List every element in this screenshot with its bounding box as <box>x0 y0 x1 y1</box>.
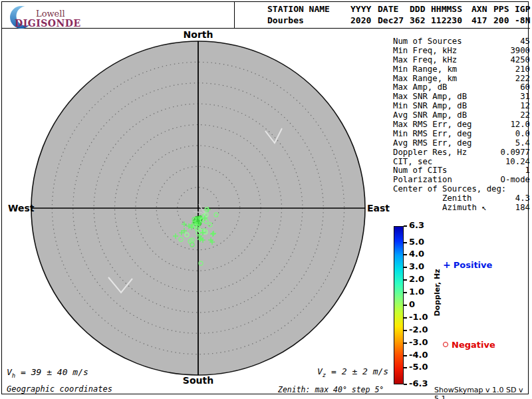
stat-row: Max Freq, kHz 4250 <box>393 56 530 65</box>
stat-label: Min Freq, kHz <box>393 47 457 56</box>
compass-north-label: North <box>172 29 225 40</box>
zenith-scale-note: Zenith: max 40° step 5° <box>278 385 384 394</box>
horizontal-velocity-readout: Vh = 39 ± 40 m/s <box>7 367 88 379</box>
stat-label: Doppler Res, Hz <box>393 148 467 158</box>
colorbar-tick <box>404 305 407 306</box>
header-label: IGP <box>515 3 530 15</box>
stat-value: 5.4 <box>515 139 530 148</box>
stat-label: Min Range, km <box>393 65 457 74</box>
vh-value: = 39 ± 40 m/s <box>15 367 88 377</box>
stat-label: Polarization <box>393 176 452 185</box>
legend-negative-label: Negative <box>452 340 495 350</box>
colorbar-tick <box>404 254 407 255</box>
skymap-screen: Lowell DIGISONDE STATION NAME Dourbes YY… <box>0 0 532 399</box>
vh-symbol: V <box>7 367 12 377</box>
header-column: DDD 362 <box>410 3 425 26</box>
colorbar-tick-label: 0 <box>409 299 415 309</box>
header-column: DATE Dec27 <box>378 3 404 26</box>
colorbar-tick-label: -1.0 <box>409 312 428 322</box>
stat-row: Min Freq, kHz 3900 <box>393 47 530 56</box>
stat-value: 10.24 <box>505 158 530 167</box>
circle-marker-icon <box>443 342 448 347</box>
stat-label: Min SNR Amp, dB <box>393 102 467 111</box>
header-column: AXN 417 <box>471 3 487 26</box>
colorbar-tick-label: -6.3 <box>409 378 428 388</box>
colorbar-tick <box>404 330 407 331</box>
header-column: IGP -8N <box>515 3 530 26</box>
colorbar-tick-label: -3.0 <box>409 337 428 347</box>
stat-label: Min RMS Err, deg <box>393 130 471 139</box>
colorbar-tick <box>404 242 407 243</box>
stat-value: 22 <box>520 111 530 120</box>
compass-west-label: West <box>8 203 34 213</box>
header-value: -8N <box>515 15 530 26</box>
stat-label: Num of Sources <box>393 37 462 47</box>
stat-label: Max Amp, dB <box>393 83 447 92</box>
colorbar-tick-label: 3.0 <box>409 261 424 271</box>
stat-row: Max SNR Amp, dB 31 <box>393 92 530 102</box>
colorbar-tick-label: 5.0 <box>409 237 424 247</box>
colorbar-tick <box>404 267 407 268</box>
colorbar-tick <box>404 384 407 385</box>
header-column: YYYY 2020 <box>350 3 371 26</box>
stat-row: Doppler Res, Hz 0.0977 <box>393 148 530 158</box>
colorbar-tick-label: 2.0 <box>409 274 424 284</box>
stat-value: 3900 <box>510 47 530 56</box>
stat-label: Max Range, km <box>393 74 457 84</box>
stat-label: Center of Sources, deg: <box>393 185 506 194</box>
legend-positive-label: Positive <box>454 260 493 270</box>
stat-label: Num of CITs <box>393 166 447 176</box>
station-header: STATION NAME Dourbes YYYY 2020 DATE Dec2… <box>0 3 532 29</box>
legend-positive: +Positive <box>443 259 492 270</box>
colorbar-tick-label: -2.0 <box>409 325 428 334</box>
header-label: STATION NAME <box>267 3 330 15</box>
stat-value: O-mode <box>501 176 530 185</box>
header-label: DATE <box>378 3 404 15</box>
colorbar-tick-label: 1.0 <box>409 287 424 297</box>
stat-row: Min RMS Err, deg 0.0 <box>393 130 530 139</box>
header-value: 2020 <box>350 15 371 26</box>
header-value: 200 <box>493 15 509 26</box>
header-value: 417 <box>471 15 487 26</box>
stat-row: Max Amp, dB 60 <box>393 83 530 92</box>
colorbar-tick <box>404 292 407 293</box>
compass-south-label: South <box>172 375 225 386</box>
stat-value: 31 <box>520 92 530 102</box>
stat-row: Avg RMS Err, deg 5.4 <box>393 139 530 148</box>
colorbar-tick-label: -5.0 <box>409 362 428 372</box>
stat-label: Avg RMS Err, deg <box>393 139 471 148</box>
stat-label: Zenith <box>393 194 471 203</box>
software-version: ShowSkymap v 1.0 SD v 5.1 <box>434 386 532 399</box>
stat-row: Center of Sources, deg: <box>393 185 530 194</box>
colorbar-tick <box>404 342 407 344</box>
stat-row: Num of CITs 1 <box>393 166 530 176</box>
stat-row: Avg SNR Amp, dB 22 <box>393 111 530 120</box>
stat-label: Max RMS Err, deg <box>393 120 471 130</box>
legend-negative: Negative <box>443 340 495 350</box>
colorbar-title: Doppler, Hz <box>433 269 442 316</box>
header-value: Dourbes <box>267 15 330 26</box>
stat-row: Max Range, km 222 <box>393 74 530 84</box>
stat-row: Azimuth ↖ 184 <box>393 203 530 213</box>
stat-label: Azimuth ↖ <box>393 203 487 213</box>
colorbar-tick-label: 4.0 <box>409 249 424 259</box>
stat-row: Polarization O-mode <box>393 176 530 185</box>
header-value: Dec27 <box>378 15 404 26</box>
vertical-velocity-readout: Vz = 2 ± 2 m/s <box>317 366 388 378</box>
colorbar-tick-label: 6.3 <box>409 220 424 230</box>
stat-value: 0.0 <box>515 130 530 139</box>
stat-row: Min Range, km 210 <box>393 65 530 74</box>
stat-row: Min SNR Amp, dB 12 <box>393 102 530 111</box>
stat-value: 0.0977 <box>501 148 530 158</box>
stat-value: 184 <box>515 203 530 213</box>
vz-value: = 2 ± 2 m/s <box>326 366 388 376</box>
stat-value: 60 <box>520 83 530 92</box>
stat-label: Avg SNR Amp, dB <box>393 111 467 120</box>
stat-value: 4250 <box>510 56 530 65</box>
stat-value: 1 <box>525 166 530 176</box>
header-label: PPS <box>493 3 509 15</box>
stat-row: Num of Sources 45 <box>393 37 530 47</box>
stat-value: 210 <box>515 65 530 74</box>
colorbar-tick <box>404 367 407 368</box>
header-label: HHMMSS <box>431 3 462 15</box>
